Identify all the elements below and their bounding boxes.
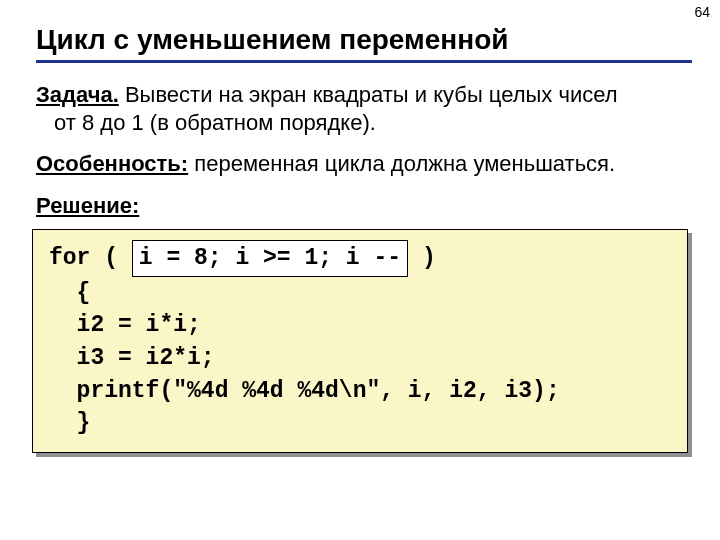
title-underline xyxy=(36,60,692,63)
code-line-6: } xyxy=(49,410,90,436)
task-paragraph: Задача. Вывести на экран квадраты и кубы… xyxy=(36,81,692,136)
task-text-2: от 8 до 1 (в обратном порядке). xyxy=(36,110,376,135)
code-for-end: ) xyxy=(408,245,436,271)
task-text-1: Вывести на экран квадраты и кубы целых ч… xyxy=(119,82,618,107)
feature-paragraph: Особенность: переменная цикла должна уме… xyxy=(36,150,692,178)
feature-text: переменная цикла должна уменьшаться. xyxy=(188,151,615,176)
solution-label: Решение: xyxy=(36,193,139,218)
page-number: 64 xyxy=(694,4,710,20)
code-shadow: for ( i = 8; i >= 1; i -- ) { i2 = i*i; … xyxy=(36,233,692,457)
code-line-4: i3 = i2*i; xyxy=(49,345,215,371)
code-line-3: i2 = i*i; xyxy=(49,312,201,338)
slide-title: Цикл с уменьшением переменной xyxy=(36,24,692,56)
solution-label-line: Решение: xyxy=(36,192,692,220)
feature-label: Особенность: xyxy=(36,151,188,176)
code-line-2: { xyxy=(49,280,90,306)
code-block: for ( i = 8; i >= 1; i -- ) { i2 = i*i; … xyxy=(32,229,688,453)
task-label: Задача. xyxy=(36,82,119,107)
code-for-keyword: for ( xyxy=(49,245,132,271)
code-line-5: printf("%4d %4d %4d\n", i, i2, i3); xyxy=(49,378,560,404)
code-highlight-loop-header: i = 8; i >= 1; i -- xyxy=(132,240,408,277)
